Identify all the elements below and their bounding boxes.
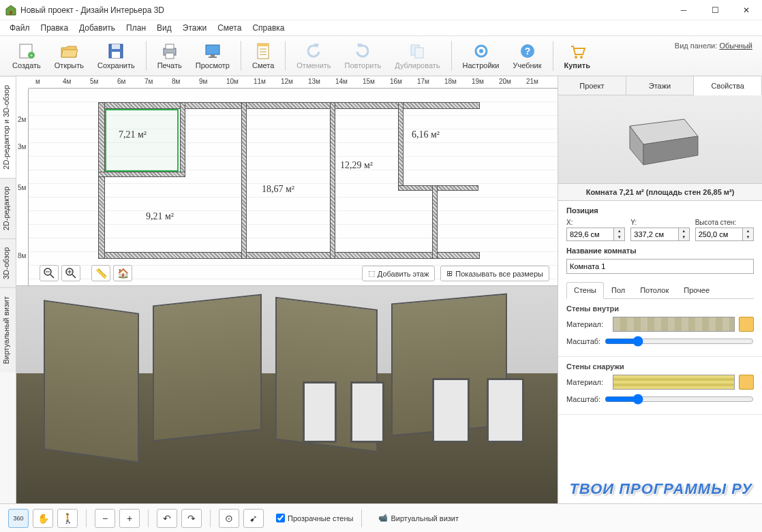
svg-point-24 — [479, 49, 483, 53]
walls-outside-heading: Стены снаружи — [566, 362, 754, 371]
side-panel: Проект Этажи Свойства Комната 7,21 м² (п… — [558, 76, 762, 503]
room-info: Комната 7,21 м² (площадь стен 26,85 м²) — [558, 184, 762, 201]
ruler-horizontal: м4м5м6м7м8м9м10м11м12м13м14м15м16м17м18м… — [29, 76, 558, 89]
tab-3d[interactable]: 3D-обзор — [0, 238, 16, 287]
svg-rect-22 — [415, 48, 423, 58]
textbook-button[interactable]: ?Учебник — [506, 41, 548, 71]
left-tabs: 2D-редактор и 3D-обзор 2D-редактор 3D-об… — [0, 76, 16, 503]
room-name-heading: Название комнаты — [566, 247, 754, 255]
scale-inside-slider[interactable] — [605, 336, 754, 347]
plan-2d-view[interactable]: 2м3м5м8м 7,21 м² 6,16 м² 18 — [16, 89, 558, 286]
room-label-3: 18,67 м² — [262, 184, 294, 195]
room-label-5: 9,21 м² — [146, 211, 174, 222]
tab-2d[interactable]: 2D-редактор — [0, 178, 16, 238]
wall-height-input[interactable] — [695, 228, 743, 241]
home-button[interactable]: 🏠 — [113, 265, 132, 281]
minimize-button[interactable]: ─ — [668, 0, 699, 20]
transparent-walls-checkbox[interactable]: Прозрачные стены — [276, 514, 353, 522]
add-floor-button[interactable]: ⬚Добавить этаж — [362, 266, 435, 281]
settings-button[interactable]: Настройки — [456, 41, 506, 71]
virtual-visit-button[interactable]: 📹Виртуальный визит — [378, 514, 459, 522]
walls-inside-heading: Стены внутри — [566, 304, 754, 313]
ruler-vertical: 2м3м5м8м — [16, 89, 29, 285]
tab-properties[interactable]: Свойства — [694, 76, 762, 95]
menu-plan[interactable]: План — [121, 22, 151, 34]
room-preview-3d — [558, 95, 762, 184]
browse-material-inside[interactable] — [739, 317, 754, 332]
room-label-1: 7,21 м² — [119, 129, 147, 140]
subtab-walls[interactable]: Стены — [566, 282, 604, 299]
maximize-button[interactable]: ☐ — [699, 0, 731, 20]
panel-mode-link[interactable]: Обычный — [719, 42, 752, 50]
preview-button[interactable]: Просмотр — [189, 41, 237, 71]
titlebar: Новый проект - Дизайн Интерьера 3D ─ ☐ ✕ — [0, 0, 762, 20]
camera-icon: 📹 — [378, 514, 388, 522]
menu-estimate[interactable]: Смета — [212, 22, 247, 34]
menu-file[interactable]: Файл — [4, 22, 35, 34]
walk-button[interactable]: 🚶 — [57, 509, 78, 528]
reset-view-button[interactable]: ⊙ — [219, 509, 239, 528]
duplicate-button: Дублировать — [388, 41, 446, 71]
svg-rect-11 — [206, 45, 219, 54]
material-inside-swatch[interactable] — [613, 317, 735, 332]
canvas-area: м4м5м6м7м8м9м10м11м12м13м14м15м16м17м18м… — [16, 76, 558, 503]
room-label-2: 6,16 м² — [412, 129, 440, 140]
tab-floors[interactable]: Этажи — [626, 76, 695, 95]
svg-rect-12 — [211, 54, 215, 57]
svg-rect-15 — [258, 44, 269, 46]
menu-help[interactable]: Справка — [247, 22, 290, 34]
tab-virtual[interactable]: Виртуальный визит — [0, 287, 16, 373]
subtab-floor[interactable]: Пол — [604, 282, 633, 298]
bottom-bar: 360 ✋ 🚶 − + ↶ ↷ ⊙ ➹ Прозрачные стены 📹Ви… — [0, 503, 762, 532]
zoom-out-3d[interactable]: − — [95, 509, 115, 528]
rotate-cw-button[interactable]: ↷ — [181, 509, 202, 528]
pan-button[interactable]: ✋ — [33, 509, 53, 528]
tab-project[interactable]: Проект — [558, 76, 626, 95]
view-3d[interactable] — [16, 286, 558, 503]
svg-rect-10 — [166, 53, 174, 59]
scale-outside-slider[interactable] — [605, 394, 754, 405]
zoom-out-button[interactable] — [40, 265, 59, 281]
menu-add[interactable]: Добавить — [74, 22, 121, 34]
svg-line-30 — [50, 275, 54, 278]
zoom-in-3d[interactable]: + — [119, 509, 140, 528]
buy-button[interactable]: Купить — [558, 41, 597, 71]
room-label-4: 12,29 м² — [340, 160, 373, 171]
svg-point-27 — [575, 56, 577, 59]
subtab-other[interactable]: Прочее — [676, 282, 717, 298]
compass-button[interactable]: ➹ — [243, 509, 264, 528]
menu-view[interactable]: Вид — [151, 22, 177, 34]
svg-rect-6 — [112, 44, 120, 49]
menu-edit[interactable]: Правка — [35, 22, 74, 34]
svg-text:?: ? — [524, 46, 530, 57]
material-outside-swatch[interactable] — [613, 375, 735, 390]
browse-material-outside[interactable] — [739, 375, 754, 390]
pos-x-input[interactable] — [566, 228, 614, 241]
redo-button: Повторить — [338, 41, 388, 71]
window-title: Новый проект - Дизайн Интерьера 3D — [20, 5, 668, 15]
create-button[interactable]: +Создать — [5, 41, 48, 71]
show-dims-button[interactable]: ⊞Показывать все размеры — [440, 266, 549, 281]
orbit-360-button[interactable]: 360 — [8, 509, 29, 528]
measure-button[interactable]: 📏 — [91, 265, 110, 281]
zoom-in-button[interactable] — [61, 265, 80, 281]
save-button[interactable]: Сохранить — [91, 41, 142, 71]
selected-room[interactable] — [105, 109, 179, 172]
pos-y-input[interactable] — [630, 228, 678, 241]
undo-button: Отменить — [290, 41, 337, 71]
subtab-ceiling[interactable]: Потолок — [633, 282, 676, 298]
room-name-input[interactable] — [566, 259, 754, 274]
menubar: Файл Правка Добавить План Вид Этажи Смет… — [0, 20, 762, 35]
open-button[interactable]: Открыть — [48, 41, 91, 71]
layers-icon: ⬚ — [368, 269, 375, 278]
panel-mode: Вид панели: Обычный — [675, 42, 752, 50]
close-button[interactable]: ✕ — [731, 0, 762, 20]
svg-rect-7 — [112, 52, 120, 58]
print-button[interactable]: Печать — [151, 41, 189, 71]
tab-2d-3d[interactable]: 2D-редактор и 3D-обзор — [0, 76, 16, 178]
rotate-ccw-button[interactable]: ↶ — [157, 509, 177, 528]
menu-floors[interactable]: Этажи — [177, 22, 212, 34]
position-heading: Позиция — [566, 206, 754, 215]
svg-rect-13 — [209, 57, 217, 58]
estimate-button[interactable]: Смета — [245, 41, 281, 71]
